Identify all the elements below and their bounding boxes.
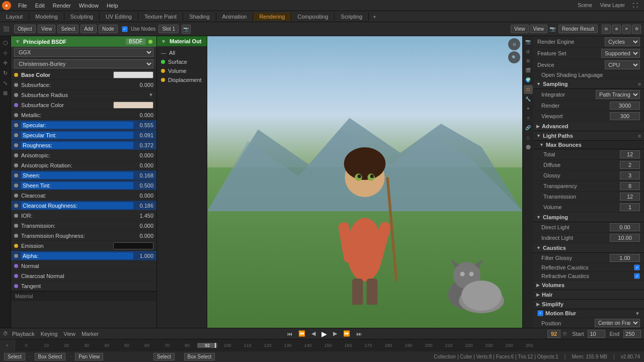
transmission-input[interactable] <box>620 193 640 201</box>
caustics-section-header[interactable]: ▼ Caustics <box>533 243 644 253</box>
props-world-icon[interactable]: 🌍 <box>524 75 533 84</box>
view-layer-selector[interactable]: View Layer <box>596 3 629 8</box>
select-menu[interactable]: Select <box>57 25 78 33</box>
viewport-zoom-btn[interactable]: 🔍 <box>508 51 520 63</box>
light-paths-section-header[interactable]: ▼ Light Paths ≡ <box>533 131 644 141</box>
max-bounces-header[interactable]: ▼ Max Bounces <box>533 141 644 149</box>
menu-file[interactable]: File <box>14 2 31 10</box>
menu-window[interactable]: Window <box>75 2 103 10</box>
subsurface-radius-arrow[interactable]: ▼ <box>148 92 153 98</box>
tab-scripting[interactable]: Scripting <box>335 13 369 21</box>
tab-modeling[interactable]: Modeling <box>29 13 64 21</box>
tool-icon-scale[interactable]: ⤡ <box>1 78 10 87</box>
metallic-value[interactable]: 0.000 <box>133 112 153 118</box>
sampling-section-header[interactable]: ▼ Sampling ≡ <box>533 79 644 89</box>
prev-frame-btn[interactable]: ◀ <box>309 330 317 337</box>
sheen-tint-value[interactable]: 0.500 <box>133 183 153 189</box>
jump-end-btn[interactable]: ⏭ <box>354 330 364 337</box>
tool-icon-transform[interactable]: ⊞ <box>1 88 10 98</box>
clearcoat-roughness-value[interactable]: 0.186 <box>133 203 153 209</box>
reflective-caustics-checkbox[interactable] <box>634 264 640 270</box>
volume-input[interactable] <box>620 203 640 211</box>
tab-texture-paint[interactable]: Texture Paint <box>138 13 183 21</box>
option-btn2[interactable]: ⊕ <box>612 25 621 34</box>
object-menu[interactable]: Object <box>14 25 36 33</box>
render-btn[interactable]: 📷 <box>182 25 191 34</box>
timeline-scrubber[interactable]: ▼ 0 10 20 30 40 50 60 70 80 92 100 110 <box>0 339 644 351</box>
play-btn[interactable]: ▶ <box>319 329 329 338</box>
filter-glossy-input[interactable] <box>610 254 640 262</box>
render-engine-select[interactable]: Cycles <box>605 37 640 46</box>
slot-selector[interactable]: Slot 1 <box>158 25 179 33</box>
tool-icon-select[interactable]: ⬡ <box>1 38 10 47</box>
box-select2-btn[interactable]: Box Select <box>184 353 215 360</box>
clamping-section-header[interactable]: ▼ Clamping <box>533 213 644 222</box>
jump-start-btn[interactable]: ⏮ <box>285 330 294 337</box>
specular-value[interactable]: 0.555 <box>133 122 153 128</box>
tab-shading[interactable]: Shading <box>183 13 216 21</box>
viewport-samples-input[interactable] <box>610 112 640 120</box>
props-data-icon[interactable]: △ <box>524 133 533 142</box>
keying-menu[interactable]: Keying <box>39 331 60 337</box>
option-btn3[interactable]: ✕ <box>622 25 631 34</box>
mat-out-surface[interactable]: Surface <box>157 57 207 66</box>
next-frame-btn[interactable]: ▶ <box>331 330 339 337</box>
view-menu[interactable]: View <box>38 25 56 33</box>
end-input[interactable] <box>623 330 641 338</box>
box-select-btn[interactable]: Box Select <box>35 353 66 360</box>
node-menu[interactable]: Node <box>99 25 118 33</box>
props-particles-icon[interactable]: ✦ <box>524 104 533 113</box>
mat-out-all[interactable]: — All <box>157 48 207 57</box>
subsurface-method-select[interactable]: Christensen-Burley <box>14 59 153 68</box>
render-result-btn[interactable]: Render Result <box>558 25 598 33</box>
anisotropic-value[interactable]: 0.000 <box>133 152 153 158</box>
base-color-swatch[interactable] <box>113 71 153 78</box>
roughness-value[interactable]: 0.372 <box>133 142 153 148</box>
add-menu[interactable]: Add <box>80 25 97 33</box>
marker-menu[interactable]: Marker <box>79 331 101 337</box>
next-keyframe-btn[interactable]: ⏩ <box>341 330 352 337</box>
clearcoat-value[interactable]: 0.000 <box>133 193 153 199</box>
diffuse-input[interactable] <box>620 161 640 169</box>
playback-menu[interactable]: Playback <box>10 331 37 337</box>
motion-blur-header[interactable]: Motion Blur ▼ <box>533 309 644 318</box>
option-btn1[interactable]: ⧉ <box>602 25 611 34</box>
tab-layout[interactable]: Layout <box>0 13 29 21</box>
fullscreen-btn[interactable]: ⛶ <box>629 3 642 8</box>
device-select[interactable]: CPU <box>605 60 640 69</box>
select-btn[interactable]: Select <box>4 353 25 360</box>
transmission-roughness-value[interactable]: 0.000 <box>133 233 153 239</box>
props-material-icon[interactable]: ⬤ <box>524 142 533 151</box>
start-input[interactable] <box>588 330 605 338</box>
render-samples-input[interactable] <box>610 102 640 110</box>
volumes-section-header[interactable]: ▶ Volumes <box>533 281 644 290</box>
simplify-section-header[interactable]: ▶ Simplify <box>533 300 644 309</box>
props-object-icon[interactable]: ⊡ <box>524 85 533 94</box>
tool-icon-cursor[interactable]: ⊹ <box>1 48 10 57</box>
subsurface-value[interactable]: 0.000 <box>133 82 153 88</box>
tab-uv-editing[interactable]: UV Editing <box>100 13 138 21</box>
tab-sculpting[interactable]: Sculpting <box>64 13 100 21</box>
props-view-layer-icon[interactable]: ⊞ <box>524 56 533 65</box>
menu-help[interactable]: Help <box>103 2 122 10</box>
indirect-light-input[interactable] <box>610 234 640 242</box>
timeline-type-icon[interactable]: ⏱ <box>3 331 8 336</box>
advanced-section-header[interactable]: ▶ Advanced <box>533 122 644 131</box>
refractive-caustics-checkbox[interactable] <box>634 273 640 279</box>
motion-blur-expand[interactable]: ▼ <box>635 311 640 316</box>
editor-type[interactable]: ⬛ <box>3 26 9 32</box>
direct-light-input[interactable] <box>610 223 640 231</box>
specular-tint-value[interactable]: 0.091 <box>133 132 153 138</box>
use-nodes-checkbox[interactable] <box>122 26 128 32</box>
pan-view-btn[interactable]: Pan View <box>75 353 103 360</box>
prev-keyframe-btn[interactable]: ⏪ <box>296 330 307 337</box>
anisotropic-rotation-value[interactable]: 0.000 <box>133 162 153 168</box>
view-menu-timeline[interactable]: View <box>61 331 77 337</box>
view3-btn[interactable]: View <box>511 25 529 33</box>
mat-out-volume[interactable]: Volume <box>157 66 207 75</box>
transparency-input[interactable] <box>620 182 640 190</box>
props-modifier-icon[interactable]: 🔧 <box>524 95 533 104</box>
distribution-select[interactable]: GGX <box>14 48 153 57</box>
tool-icon-move[interactable]: ✛ <box>1 58 10 67</box>
select2-btn[interactable]: Select <box>153 353 175 360</box>
